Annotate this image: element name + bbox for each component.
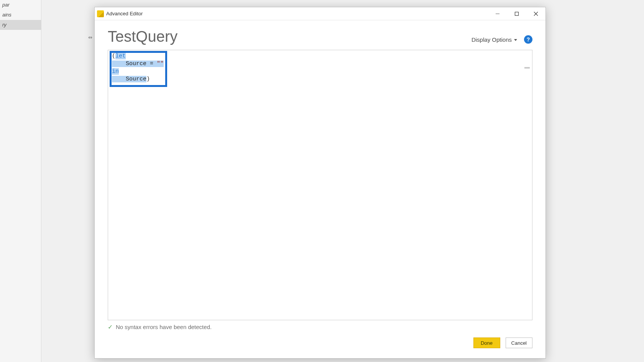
indent (112, 61, 126, 67)
keyword-let: let (115, 53, 126, 59)
paren: ) (146, 76, 150, 82)
window-controls (488, 7, 545, 20)
scrollbar-thumb[interactable] (524, 67, 530, 69)
minimize-button[interactable] (488, 7, 507, 20)
status-bar: ✓ No syntax errors have been detected. (95, 320, 545, 332)
queries-sidebar: par ains ry (0, 0, 41, 362)
dialog-titlebar[interactable]: Advanced Editor (95, 7, 545, 20)
display-options-dropdown[interactable]: Display Options (472, 36, 517, 43)
indent (112, 76, 126, 82)
paren: ( (112, 53, 115, 59)
query-name-title: TestQuery (108, 28, 177, 45)
sidebar-item[interactable]: ry (0, 20, 41, 30)
check-icon: ✓ (108, 323, 113, 331)
maximize-button[interactable] (507, 7, 526, 20)
done-button[interactable]: Done (473, 337, 500, 348)
close-icon (534, 11, 538, 16)
powerbi-app-icon (97, 10, 104, 17)
close-button[interactable] (526, 7, 545, 20)
dialog-header: TestQuery Display Options ? (95, 20, 545, 48)
minimize-icon (495, 11, 500, 16)
maximize-icon (514, 11, 519, 16)
identifier: Source (126, 76, 146, 82)
string-literal: "" (157, 61, 164, 67)
dialog-footer: Done Cancel (95, 332, 545, 358)
chevron-down-icon (514, 39, 517, 41)
svg-rect-1 (515, 12, 519, 15)
status-text: No syntax errors have been detected. (116, 324, 212, 330)
code-text[interactable]: (let Source = "" in Source) (108, 50, 532, 85)
display-options-label: Display Options (472, 36, 512, 43)
code-editor[interactable]: (let Source = "" in Source) (108, 50, 532, 320)
dialog-title: Advanced Editor (106, 11, 143, 16)
resize-cursor-icon: ⇔ (88, 34, 92, 40)
keyword-in: in (112, 68, 119, 75)
sidebar-item[interactable]: par (0, 0, 41, 10)
help-icon[interactable]: ? (524, 35, 532, 44)
sidebar-item[interactable]: ains (0, 10, 41, 20)
operator: = (146, 61, 157, 67)
advanced-editor-dialog: Advanced Editor TestQuery Display Option… (94, 7, 546, 359)
cancel-button[interactable]: Cancel (506, 337, 532, 348)
identifier: Source (126, 61, 146, 67)
